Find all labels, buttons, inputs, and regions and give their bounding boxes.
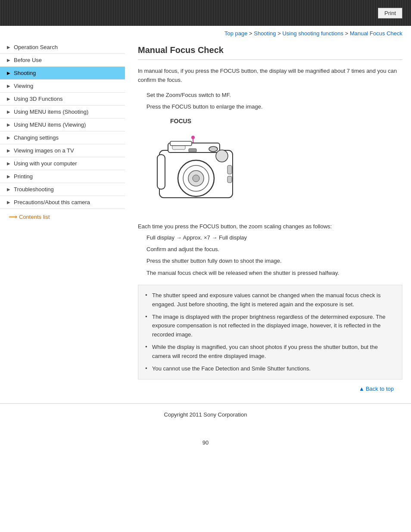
back-to-top-row: ▲Back to top xyxy=(138,380,402,395)
sidebar-item-using-menu-shooting[interactable]: ▶ Using MENU items (Shooting) xyxy=(0,106,125,118)
contents-arrow-icon: ⟹ xyxy=(9,213,17,220)
sidebar-item-precautions[interactable]: ▶ Precautions/About this camera xyxy=(0,196,125,209)
page-title: Manual Focus Check xyxy=(138,43,402,55)
focus-label: FOCUS xyxy=(170,118,241,124)
sidebar-label-before-use: Before Use xyxy=(14,57,42,63)
sidebar-item-using-menu-viewing[interactable]: ▶ Using MENU items (Viewing) xyxy=(0,118,125,131)
sidebar-label-using-computer: Using with your computer xyxy=(14,160,77,167)
back-to-top-link[interactable]: ▲Back to top xyxy=(359,386,394,392)
sidebar-arrow-icon: ▶ xyxy=(7,135,10,140)
copyright-text: Copyright 2011 Sony Corporation xyxy=(164,411,247,418)
sidebar-arrow-icon: ▶ xyxy=(7,174,10,179)
notes-list: The shutter speed and exposure values ca… xyxy=(145,291,395,373)
sidebar-label-using-menu-viewing: Using MENU items (Viewing) xyxy=(14,121,86,128)
sidebar-item-printing[interactable]: ▶ Printing xyxy=(0,170,125,183)
svg-point-9 xyxy=(209,146,218,152)
sidebar-label-viewing-tv: Viewing images on a TV xyxy=(14,147,74,154)
sidebar-arrow-icon: ▶ xyxy=(7,161,10,166)
sidebar-arrow-icon: ▶ xyxy=(7,71,10,75)
contents-list-label: Contents list xyxy=(19,214,50,220)
footer-divider xyxy=(0,403,411,404)
sidebar-arrow-icon: ▶ xyxy=(7,148,10,153)
svg-rect-13 xyxy=(170,141,192,146)
svg-rect-4 xyxy=(157,155,165,189)
sidebar-arrow-icon: ▶ xyxy=(7,84,10,88)
sidebar-item-before-use[interactable]: ▶ Before Use xyxy=(0,54,125,67)
zoom-description: Each time you press the FOCUS button, th… xyxy=(138,221,402,231)
sidebar-label-using-3d: Using 3D Functions xyxy=(14,96,62,102)
sidebar-label-changing-settings: Changing settings xyxy=(14,134,59,141)
notes-box: The shutter speed and exposure values ca… xyxy=(138,285,402,380)
sidebar-arrow-icon: ▶ xyxy=(7,45,10,50)
sidebar-label-viewing: Viewing xyxy=(14,83,33,89)
sidebar-item-shooting[interactable]: ▶ Shooting xyxy=(0,67,125,80)
intro-text: In manual focus, if you press the FOCUS … xyxy=(138,67,402,85)
sidebar-label-troubleshooting: Troubleshooting xyxy=(14,186,54,193)
step1-text: Set the Zoom/Focus switch to MF. xyxy=(138,90,402,100)
svg-point-8 xyxy=(193,175,199,182)
camera-illustration: FOCUS xyxy=(138,113,250,221)
sidebar: ▶ Operation Search ▶ Before Use ▶ Shooti… xyxy=(0,41,125,224)
page-title-area: Manual Focus Check xyxy=(138,43,402,60)
camera-svg xyxy=(146,127,241,213)
svg-rect-10 xyxy=(189,149,196,152)
breadcrumb-shooting[interactable]: Shooting xyxy=(254,30,276,37)
sidebar-arrow-icon: ▶ xyxy=(7,58,10,62)
sidebar-item-troubleshooting[interactable]: ▶ Troubleshooting xyxy=(0,183,125,196)
sidebar-arrow-icon: ▶ xyxy=(7,109,10,114)
sidebar-item-operation-search[interactable]: ▶ Operation Search xyxy=(0,41,125,54)
breadcrumb-manual-focus[interactable]: Manual Focus Check xyxy=(350,30,402,37)
sidebar-label-operation-search: Operation Search xyxy=(14,44,58,50)
sidebar-arrow-icon: ▶ xyxy=(7,187,10,192)
breadcrumb-top[interactable]: Top page xyxy=(224,30,248,37)
main-layout: ▶ Operation Search ▶ Before Use ▶ Shooti… xyxy=(0,41,411,403)
note-item: While the display is magnified, you can … xyxy=(145,343,395,361)
step3-text: Confirm and adjust the focus. xyxy=(138,244,402,254)
sidebar-arrow-icon: ▶ xyxy=(7,200,10,205)
svg-rect-14 xyxy=(227,165,232,174)
step4-text: Press the shutter button fully down to s… xyxy=(138,256,402,266)
sidebar-label-printing: Printing xyxy=(14,173,33,180)
breadcrumb-using-shooting[interactable]: Using shooting functions xyxy=(282,30,343,37)
note-item: The image is displayed with the proper b… xyxy=(145,313,395,339)
content-area: Manual Focus Check In manual focus, if y… xyxy=(125,41,411,403)
sidebar-arrow-icon: ▶ xyxy=(7,96,10,101)
page-header: Print xyxy=(0,0,411,26)
back-to-top-arrow-icon: ▲ xyxy=(359,386,364,392)
print-button[interactable]: Print xyxy=(378,8,402,19)
sidebar-label-shooting: Shooting xyxy=(14,70,36,76)
step2-text: Press the FOCUS button to enlarge the im… xyxy=(138,102,402,112)
note-item: The shutter speed and exposure values ca… xyxy=(145,291,395,309)
zoom-flow: Full display → Approx. ×7 → Full display xyxy=(138,234,402,241)
breadcrumb: Top page > Shooting > Using shooting fun… xyxy=(0,26,411,41)
footer: Copyright 2011 Sony Corporation xyxy=(0,407,411,435)
page-number: 90 xyxy=(0,435,411,450)
svg-point-1 xyxy=(191,136,195,139)
sidebar-label-precautions: Precautions/About this camera xyxy=(14,199,90,205)
contents-list-link[interactable]: ⟹ Contents list xyxy=(0,209,125,224)
sidebar-arrow-icon: ▶ xyxy=(7,122,10,127)
sidebar-label-using-menu-shooting: Using MENU items (Shooting) xyxy=(14,109,88,115)
sidebar-item-viewing[interactable]: ▶ Viewing xyxy=(0,80,125,93)
svg-rect-15 xyxy=(227,176,232,183)
sidebar-item-changing-settings[interactable]: ▶ Changing settings xyxy=(0,131,125,144)
sidebar-item-viewing-tv[interactable]: ▶ Viewing images on a TV xyxy=(0,144,125,157)
step5-text: The manual focus check will be released … xyxy=(138,268,402,278)
sidebar-item-using-3d[interactable]: ▶ Using 3D Functions xyxy=(0,93,125,106)
svg-point-11 xyxy=(216,150,228,162)
note-item: You cannot use the Face Detection and Sm… xyxy=(145,364,395,373)
sidebar-item-using-computer[interactable]: ▶ Using with your computer xyxy=(0,157,125,170)
back-to-top-label: Back to top xyxy=(366,386,394,392)
